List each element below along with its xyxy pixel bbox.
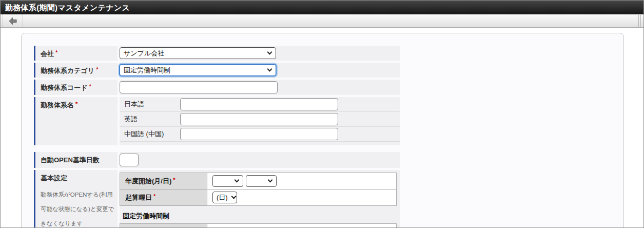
year-start-month-select[interactable] (212, 175, 243, 187)
auto-open-days-input[interactable] (120, 154, 139, 166)
name-japanese-input[interactable] (180, 98, 338, 110)
code-label: 勤務体系コード* (34, 80, 118, 95)
required-marker: * (96, 66, 98, 72)
name-row-chinese: 中国語 (中国) (120, 127, 400, 142)
toolbar (1, 14, 643, 28)
row-name: 勤務体系名* 日本語 英語 中国語 (中国) (34, 97, 400, 145)
start-weekday-value-cell: (日) (207, 189, 396, 205)
row-code: 勤務体系コード* (34, 80, 400, 95)
required-marker: * (153, 193, 155, 199)
manager-class-table: 管理職区分* 管理職 一般職 (120, 223, 397, 228)
code-field (120, 80, 400, 95)
name-label: 勤務体系名* (34, 97, 118, 145)
page-title-text: 勤務体系(期間)マスタメンテナンス (5, 3, 130, 12)
form-panel: 会社* サンプル会社 勤務体系カテゴリ* 固定労働時 (21, 33, 624, 228)
app-window: { "title_bar": { "title": "勤務体系(期間)マスタメン… (0, 0, 644, 228)
name-field-group: 日本語 英語 中国語 (中国) (120, 97, 400, 145)
category-field: 固定労働時間制 (120, 63, 400, 78)
auto-open-days-label: 自動OPEN基準日数 (34, 152, 118, 168)
category-select[interactable]: 固定労働時間制 (120, 64, 276, 76)
year-start-row: 年度開始(月/日)* (120, 173, 396, 189)
start-weekday-value: (日) (217, 193, 228, 202)
chevron-down-icon (267, 50, 272, 55)
required-marker: * (55, 49, 57, 55)
basic-settings-label: 基本設定 勤務体系がOPENする(利用可能な状態になる)と変更できなくなります (34, 170, 118, 228)
basic-settings-table: 年度開始(月/日)* (120, 173, 397, 206)
content-area: 会社* サンプル会社 勤務体系カテゴリ* 固定労働時 (1, 28, 643, 228)
toolbar-right-separator (638, 15, 641, 27)
auto-open-days-field (120, 152, 400, 168)
start-weekday-label: 起算曜日* (120, 189, 207, 205)
name-chinese-label: 中国語 (中国) (120, 129, 180, 139)
chevron-down-icon (231, 194, 236, 199)
required-marker: * (75, 101, 77, 107)
row-category: 勤務体系カテゴリ* 固定労働時間制 (34, 63, 400, 78)
chevron-down-icon (235, 178, 240, 183)
manager-class-label: 管理職区分* (120, 224, 207, 228)
year-start-day-select[interactable] (246, 175, 277, 187)
year-start-value-cell (207, 173, 396, 189)
manager-class-row: 管理職区分* 管理職 一般職 (120, 224, 396, 228)
page-title: 勤務体系(期間)マスタメンテナンス (1, 1, 643, 14)
row-spacer (34, 147, 400, 152)
company-field: サンプル会社 (120, 46, 400, 61)
chevron-down-icon (268, 178, 273, 183)
name-japanese-label: 日本語 (120, 100, 180, 109)
start-weekday-row: 起算曜日* (日) (120, 189, 396, 205)
row-basic-settings: 基本設定 勤務体系がOPENする(利用可能な状態になる)と変更できなくなります … (34, 170, 400, 228)
company-select-value: サンプル会社 (124, 49, 164, 58)
row-auto-open-days: 自動OPEN基準日数 (34, 152, 400, 168)
name-english-input[interactable] (180, 113, 338, 125)
required-marker: * (89, 83, 91, 89)
manager-class-value-cell: 管理職 一般職 (207, 224, 396, 228)
form-rows: 会社* サンプル会社 勤務体系カテゴリ* 固定労働時 (34, 46, 400, 228)
basic-settings-field: 年度開始(月/日)* (120, 170, 400, 228)
row-company: 会社* サンプル会社 (34, 46, 400, 61)
back-button[interactable] (3, 14, 23, 27)
back-arrow-icon (8, 17, 17, 25)
name-group-filler (120, 142, 400, 145)
name-row-english: 英語 (120, 112, 400, 127)
start-weekday-select[interactable]: (日) (212, 192, 237, 203)
name-row-japanese: 日本語 (120, 97, 400, 112)
fixed-working-hours-heading: 固定労働時間制 (123, 212, 400, 221)
company-label: 会社* (34, 46, 118, 61)
category-label: 勤務体系カテゴリ* (34, 63, 118, 78)
category-select-value: 固定労働時間制 (124, 66, 170, 75)
company-select[interactable]: サンプル会社 (120, 47, 276, 59)
code-input[interactable] (120, 81, 278, 93)
required-marker: * (173, 177, 175, 183)
basic-settings-note: 勤務体系がOPENする(利用可能な状態になる)と変更できなくなります (41, 187, 118, 228)
chevron-down-icon (267, 67, 272, 72)
name-english-label: 英語 (120, 115, 180, 124)
name-chinese-input[interactable] (180, 128, 338, 140)
year-start-label: 年度開始(月/日)* (120, 173, 207, 189)
